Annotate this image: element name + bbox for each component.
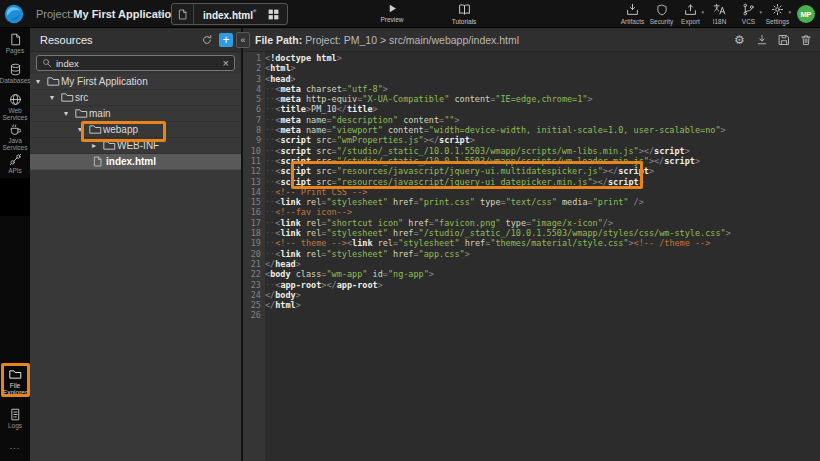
folder-icon (61, 91, 75, 104)
code-line-25[interactable]: </html> (265, 300, 820, 310)
app-logo-icon[interactable] (3, 3, 25, 25)
caret-down-icon[interactable]: ▾ (50, 93, 61, 102)
sidebar-item-file-explorer[interactable]: File Explorer (0, 368, 30, 396)
code-line-16[interactable]: ··<!--fav icon--> (265, 207, 820, 217)
user-avatar[interactable]: MP (797, 5, 815, 23)
tree-item-src[interactable]: ▾src (30, 90, 241, 106)
code-line-8[interactable]: ··<meta name="viewport" content="width=d… (265, 125, 820, 135)
topbar-item-vcs[interactable]: ▾VCS (734, 3, 763, 25)
sidebar-item-databases[interactable]: Databases (0, 63, 30, 93)
code-line-24[interactable]: </body> (265, 290, 820, 300)
sidebar-item-java-services[interactable]: Java Services (0, 123, 30, 153)
sidebar-item-web-services[interactable]: Web Services (0, 93, 30, 123)
tree-item-label: WEB-INF (117, 140, 159, 151)
code-line-5[interactable]: ··<meta http-equiv="X-UA-Compatible" con… (265, 94, 820, 104)
code-line-23[interactable]: ··<app-root></app-root> (265, 280, 820, 290)
breadcrumb-chevron-icon: › (158, 5, 163, 21)
api-icon (9, 153, 22, 166)
save-icon[interactable] (777, 34, 790, 47)
tutorials-button[interactable]: Tutorials (445, 3, 483, 25)
resources-header: Resources + « (30, 28, 241, 52)
caret-down-icon[interactable]: ▾ (78, 125, 89, 134)
page-icon (9, 33, 22, 46)
delete-icon[interactable] (799, 34, 812, 47)
add-resource-button[interactable]: + (219, 33, 233, 47)
tree-item-main[interactable]: ▾main (30, 106, 241, 122)
file-path-actions: ⚙ (733, 28, 812, 52)
code-line-6[interactable]: ··<title>PM_10</title> (265, 104, 820, 114)
sidebar-item-pages[interactable]: Pages (0, 33, 30, 63)
code-content[interactable]: <!doctype html><html><head>··<meta chars… (265, 52, 820, 461)
code-line-14[interactable]: ··<!-- Print CSS --> (265, 187, 820, 197)
tab-file-name: index.html* (194, 7, 261, 21)
refresh-icon[interactable] (199, 32, 215, 48)
logs-icon (9, 408, 22, 421)
code-line-9[interactable]: ··<script src="wmProperties.js"></script… (265, 135, 820, 145)
code-line-3[interactable]: <head> (265, 74, 820, 84)
editor-pane: File Path: Project: PM_10 > src/main/web… (243, 28, 820, 461)
security-icon (656, 4, 668, 16)
play-icon (387, 3, 398, 14)
preview-button[interactable]: Preview (373, 3, 411, 23)
topbar-item-security[interactable]: Security (647, 3, 676, 25)
topbar-item-export[interactable]: ▾Export (676, 3, 705, 25)
search-input[interactable] (56, 58, 223, 69)
tree-item-index-html[interactable]: index.html (30, 154, 241, 170)
download-icon[interactable] (755, 34, 768, 47)
caret-down-icon[interactable]: ▾ (64, 109, 75, 118)
settings-gear-icon[interactable]: ⚙ (733, 34, 746, 47)
project-breadcrumb: Project:My First Application (36, 8, 178, 20)
folder-icon (9, 368, 22, 381)
grid-view-icon[interactable] (261, 4, 287, 24)
folder-icon (75, 107, 89, 120)
line-number-gutter: 1234567891011121314151617181920212223242… (243, 52, 265, 461)
tree-item-label: src (75, 92, 88, 103)
i18n-icon (713, 3, 726, 16)
code-line-22[interactable]: <body class="wm-app" id="ng-app"> (265, 269, 820, 279)
search-box: × (36, 55, 235, 71)
tree-item-label: webapp (103, 124, 138, 135)
topbar-item-i18n[interactable]: I18N (705, 3, 734, 25)
clear-search-icon[interactable]: × (223, 58, 229, 68)
sidebar-more-button[interactable]: ... (0, 441, 30, 451)
code-line-20[interactable]: ··<link rel="stylesheet" href="app.css"> (265, 249, 820, 259)
topbar-item-artifacts[interactable]: Artifacts (618, 3, 647, 25)
sidebar-item-logs[interactable]: Logs (0, 408, 30, 429)
code-line-7[interactable]: ··<meta name="description" content=""> (265, 115, 820, 125)
tree-item-web-inf[interactable]: ▸WEB-INF (30, 138, 241, 154)
code-line-11[interactable]: ··<script src="/studio/_static_/10.0.1.5… (265, 156, 820, 166)
code-line-2[interactable]: <html> (265, 63, 820, 73)
code-line-17[interactable]: ··<link rel="shortcut icon" href="favico… (265, 218, 820, 228)
code-line-12[interactable]: ··<script src="resources/javascript/jque… (265, 166, 820, 176)
collapse-panel-button[interactable]: « (236, 32, 250, 48)
code-line-10[interactable]: ··<script src="/studio/_static_/10.0.1.5… (265, 146, 820, 156)
file-icon (92, 156, 106, 167)
file-icon (172, 4, 194, 24)
topbar-item-settings[interactable]: ▾Settings (763, 3, 792, 25)
coffee-icon (9, 123, 22, 136)
search-icon (42, 58, 52, 68)
code-line-19[interactable]: ··<!-- theme --><link rel="stylesheet" h… (265, 238, 820, 248)
globe-icon (9, 93, 22, 106)
code-line-18[interactable]: ··<link rel="stylesheet" href="/studio/_… (265, 228, 820, 238)
code-line-26[interactable] (265, 310, 820, 320)
open-file-tab[interactable]: index.html* (171, 3, 288, 25)
file-path-bar: File Path: Project: PM_10 > src/main/web… (243, 28, 820, 52)
wavemaker-studio: Project:My First Application › index.htm… (0, 0, 820, 461)
chevron-down-icon: ▾ (788, 9, 791, 15)
code-line-13[interactable]: ··<script src="resources/javascript/jque… (265, 177, 820, 187)
code-line-15[interactable]: ··<link rel="stylesheet" href="print.css… (265, 197, 820, 207)
code-editor[interactable]: 1234567891011121314151617181920212223242… (243, 52, 820, 461)
vcs-icon (742, 3, 755, 16)
tree-item-webapp[interactable]: ▾webapp (30, 122, 241, 138)
caret-down-icon[interactable]: ▾ (36, 77, 47, 86)
tree-item-label: main (89, 108, 111, 119)
code-line-1[interactable]: <!doctype html> (265, 53, 820, 63)
tree-item-my-first-application[interactable]: ▾My First Application (30, 74, 241, 90)
code-line-21[interactable]: </head> (265, 259, 820, 269)
caret-right-icon[interactable]: ▸ (92, 141, 103, 150)
book-icon (458, 3, 471, 16)
code-line-4[interactable]: ··<meta charset="utf-8"> (265, 84, 820, 94)
folder-icon (103, 139, 117, 152)
file-tree: ▾My First Application▾src▾main▾webapp▸WE… (30, 74, 241, 170)
